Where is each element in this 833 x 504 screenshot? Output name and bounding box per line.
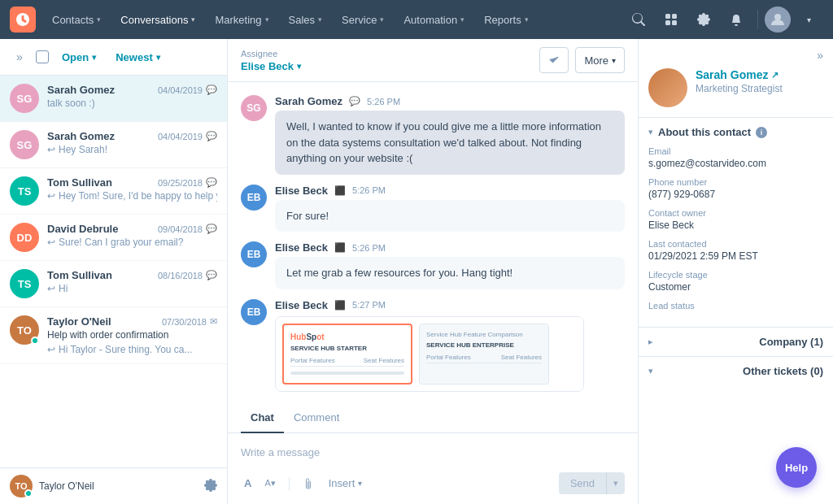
last-contacted-value: 01/29/2021 2:59 PM EST: [648, 250, 823, 262]
contact-name[interactable]: Sarah Gomez ↗: [696, 68, 783, 81]
assignee-chevron: ▾: [297, 62, 301, 71]
owner-label: Contact owner: [648, 208, 823, 218]
message-bubble: For sure!: [275, 200, 625, 232]
list-item[interactable]: TS Tom Sullivan 08/16/2018 💬 ↩ Hi: [0, 261, 227, 307]
attachment-preview[interactable]: HubSpot SERVICE HUB STARTER Portal Featu…: [275, 316, 584, 392]
assignee-dropdown[interactable]: Elise Beck ▾: [241, 60, 301, 72]
list-item[interactable]: TO Taylor O'Neil 07/30/2018 ✉ Help with …: [0, 307, 227, 364]
avatar: SG: [10, 84, 39, 113]
external-link-icon: ↗: [771, 70, 778, 80]
text-format-button[interactable]: A: [241, 474, 255, 493]
tab-comment[interactable]: Comment: [284, 403, 349, 433]
message-sender: Elise Beck: [275, 241, 328, 254]
message-avatar: EB: [241, 241, 267, 267]
nav-marketing[interactable]: Marketing ▾: [205, 0, 278, 39]
hubspot-logo[interactable]: [10, 7, 36, 33]
help-button[interactable]: Help: [776, 447, 817, 488]
message-avatar: EB: [241, 299, 267, 325]
message-avatar: EB: [241, 185, 267, 211]
open-filter-button[interactable]: Open ▾: [55, 48, 102, 67]
lead-status-label: Lead status: [648, 301, 823, 311]
conv-date: 09/04/2018 💬: [158, 224, 217, 234]
more-options-button[interactable]: More ▾: [575, 47, 625, 73]
message-item: EB Elise Beck ⬛ 5:26 PM Let me grab a fe…: [241, 241, 625, 289]
reply-arrow-icon: ↩: [47, 237, 55, 248]
sidebar-header: » Open ▾ Newest ▾: [0, 39, 227, 76]
nav-reports[interactable]: Reports ▾: [474, 0, 539, 39]
email-value: s.gomez@costarvideo.com: [648, 158, 823, 169]
resolve-button[interactable]: [539, 47, 569, 73]
lifecycle-label: Lifecycle stage: [648, 270, 823, 280]
avatar: TS: [10, 176, 39, 206]
select-all-checkbox[interactable]: [36, 50, 49, 63]
list-item[interactable]: TS Tom Sullivan 09/25/2018 💬 ↩ Hey Tom! …: [0, 168, 227, 215]
more-chevron: ▾: [612, 56, 616, 65]
settings-icon[interactable]: [689, 5, 718, 34]
automation-chevron: ▾: [460, 15, 464, 24]
message-bubble: Let me grab a few resources for you. Han…: [275, 257, 625, 289]
chat-icon: 💬: [206, 177, 217, 188]
lifecycle-value: Customer: [648, 281, 823, 293]
message-input[interactable]: Write a message: [241, 443, 625, 463]
company-section[interactable]: ▸ Company (1): [639, 327, 833, 356]
toolbar-divider: [289, 477, 290, 490]
nav-service[interactable]: Service ▾: [332, 0, 394, 39]
send-options-button[interactable]: ▾: [606, 472, 625, 494]
nav-automation[interactable]: Automation ▾: [394, 0, 474, 39]
other-tickets-section[interactable]: ▾ Other tickets (0): [639, 356, 833, 385]
phone-label: Phone number: [648, 177, 823, 187]
list-item[interactable]: SG Sarah Gomez 04/04/2019 💬 ↩ Hey Sarah!: [0, 122, 227, 168]
nav-sales[interactable]: Sales ▾: [279, 0, 333, 39]
lead-status-field-row: Lead status: [648, 301, 823, 311]
expand-sidebar-button[interactable]: »: [10, 47, 29, 67]
list-item[interactable]: DD David Debrule 09/04/2018 💬 ↩ Sure! Ca…: [0, 215, 227, 261]
email-field-row: Email s.gomez@costarvideo.com: [648, 146, 823, 169]
message-item: SG Sarah Gomez 💬 5:26 PM Well, I wanted …: [241, 95, 625, 175]
contact-name: David Debrule: [47, 223, 118, 235]
conv-preview: ↩ Hi: [47, 283, 217, 294]
notifications-icon[interactable]: [722, 5, 751, 34]
conversations-chevron: ▾: [191, 15, 195, 24]
reply-arrow-icon: ↩: [47, 283, 55, 294]
nav-contacts[interactable]: Contacts ▾: [42, 0, 111, 39]
user-avatar[interactable]: [765, 7, 791, 33]
about-section-header[interactable]: ▾ About this contact i: [639, 118, 833, 143]
account-chevron[interactable]: ▾: [794, 5, 823, 34]
message-avatar: SG: [241, 95, 267, 121]
attach-file-button[interactable]: [299, 475, 317, 493]
contacts-chevron: ▾: [97, 15, 101, 24]
about-section-title: About this contact i: [658, 126, 767, 138]
reply-arrow-icon: ↩: [47, 144, 55, 155]
company-label: Company (1): [759, 336, 823, 348]
insert-dropdown-button[interactable]: Insert ▾: [324, 474, 368, 493]
list-item[interactable]: SG Sarah Gomez 04/04/2019 💬 talk soon :): [0, 76, 227, 122]
last-contacted-field-row: Last contacted 01/29/2021 2:59 PM EST: [648, 239, 823, 262]
phone-value: (877) 929-0687: [648, 189, 823, 200]
tab-chat[interactable]: Chat: [241, 403, 284, 433]
expand-right-sidebar-button[interactable]: »: [817, 49, 823, 62]
search-icon[interactable]: [624, 5, 653, 34]
nav-items: Contacts ▾ Conversations ▾ Marketing ▾ S…: [42, 0, 624, 39]
reply-arrow-icon: ↩: [47, 344, 55, 355]
right-sidebar: » Sarah Gomez ↗ Marketing Strategist ▾ A…: [638, 39, 833, 504]
text-size-button[interactable]: A▾: [261, 475, 278, 492]
chat-messages: SG Sarah Gomez 💬 5:26 PM Well, I wanted …: [228, 82, 638, 403]
open-filter-chevron: ▾: [92, 53, 96, 62]
conversation-list: SG Sarah Gomez 04/04/2019 💬 talk soon :): [0, 76, 227, 467]
send-button[interactable]: Send: [559, 472, 606, 494]
reply-arrow-icon: ↩: [47, 190, 55, 202]
settings-gear-icon[interactable]: [204, 479, 217, 494]
conv-date: 04/04/2019 💬: [158, 85, 217, 95]
grid-icon[interactable]: [656, 5, 686, 34]
contact-card: » Sarah Gomez ↗ Marketing Strategist: [639, 39, 833, 118]
sales-chevron: ▾: [318, 15, 322, 24]
nav-conversations[interactable]: Conversations ▾: [111, 0, 205, 39]
top-nav: Contacts ▾ Conversations ▾ Marketing ▾ S…: [0, 0, 833, 39]
message-sender: Sarah Gomez: [275, 95, 342, 107]
chat-icon: 💬: [206, 131, 217, 141]
conv-date: 04/04/2019 💬: [158, 131, 217, 141]
newest-filter-button[interactable]: Newest ▾: [109, 48, 167, 67]
message-time: 5:26 PM: [352, 243, 386, 253]
contact-name: Tom Sullivan: [47, 269, 112, 281]
service-chevron: ▾: [380, 15, 384, 24]
